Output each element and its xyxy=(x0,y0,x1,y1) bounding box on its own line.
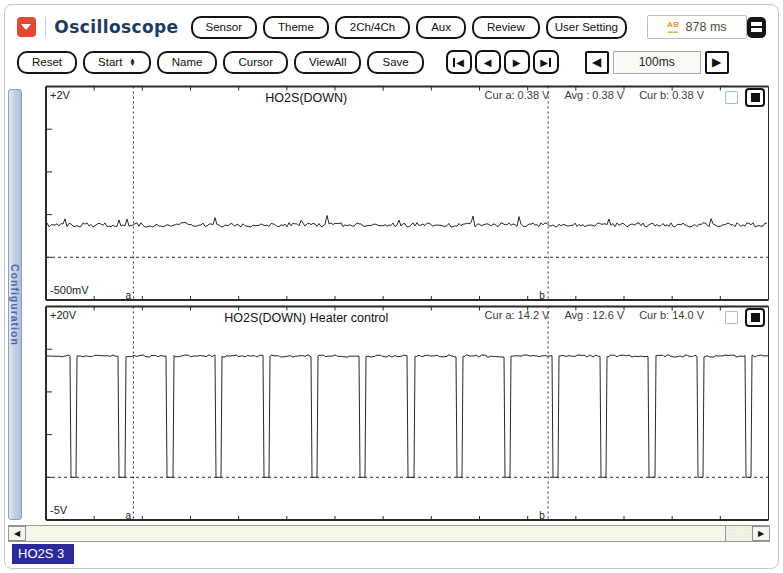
start-spinner-icon: ▲▼ xyxy=(129,58,135,65)
timebase-increase-button[interactable]: ▶ xyxy=(705,51,729,74)
layout-bar-icon xyxy=(751,28,762,32)
cursor-b-readout: Cur b: 14.0 V xyxy=(639,309,704,321)
save-button[interactable]: Save xyxy=(367,51,423,74)
y-min-label: -5V xyxy=(50,504,67,516)
sensor-button[interactable]: Sensor xyxy=(191,16,257,39)
ab-time-display: AB▬▬ 878 ms xyxy=(647,15,747,39)
waveform-canvas xyxy=(34,305,770,522)
measurement-readouts: Cur a: 14.2 V Avg : 12.6 V Cur b: 14.0 V xyxy=(485,309,704,321)
scrollbar-thumb[interactable] xyxy=(26,526,726,541)
cursor-b-label[interactable]: b xyxy=(539,510,545,521)
window-layout-button[interactable] xyxy=(747,17,766,38)
horizontal-scrollbar[interactable]: ◀ ▶ xyxy=(8,525,770,542)
status-bar: HO2S 3 xyxy=(5,544,778,568)
main-area: Configuration +2V HO2S(DOWN) Cur a: 0.38… xyxy=(5,81,778,522)
cursor-b-label[interactable]: b xyxy=(539,290,545,301)
scope-charts: +2V HO2S(DOWN) Cur a: 0.38 V Avg : 0.38 … xyxy=(34,85,770,522)
review-button[interactable]: Review xyxy=(472,16,540,39)
header-toolbar: Oscilloscope Sensor Theme 2Ch/4Ch Aux Re… xyxy=(5,5,778,43)
chart-title: HO2S(DOWN) Heater control xyxy=(224,311,388,325)
configuration-tab[interactable]: Configuration xyxy=(8,89,22,520)
cursor-a-readout: Cur a: 14.2 V xyxy=(485,309,550,321)
bar-icon xyxy=(549,58,551,67)
scroll-left-button[interactable]: ◀ xyxy=(9,526,26,541)
chevron-down-icon xyxy=(21,24,31,30)
channel-controls xyxy=(725,88,765,107)
configuration-tab-label: Configuration xyxy=(9,264,21,346)
skip-to-end-button[interactable]: ▶ xyxy=(533,50,559,74)
channel-color-swatch xyxy=(751,93,760,102)
theme-button[interactable]: Theme xyxy=(263,16,329,39)
cursor-a-readout: Cur a: 0.38 V xyxy=(485,89,550,101)
chart-ho2s-down[interactable]: +2V HO2S(DOWN) Cur a: 0.38 V Avg : 0.38 … xyxy=(34,85,770,302)
avg-readout: Avg : 0.38 V xyxy=(564,89,624,101)
channel-color-button[interactable] xyxy=(745,308,765,327)
user-setting-button[interactable]: User Setting xyxy=(546,16,627,39)
timebase-value: 100ms xyxy=(613,51,701,74)
scroll-right-button[interactable]: ▶ xyxy=(752,526,769,541)
channel-mode-button[interactable]: 2Ch/4Ch xyxy=(335,16,410,39)
timebase-control: ◀ 100ms ▶ xyxy=(585,51,729,74)
status-badge: HO2S 3 xyxy=(12,544,74,564)
step-forward-button[interactable]: ▶ xyxy=(504,50,530,74)
ab-time-value: 878 ms xyxy=(686,20,727,34)
y-min-label: -500mV xyxy=(50,284,89,296)
controls-toolbar: Reset Start ▲▼ Name Cursor ViewAll Save … xyxy=(5,43,778,81)
skip-to-start-button[interactable]: ◀ xyxy=(446,50,472,74)
app-menu-button[interactable] xyxy=(17,17,36,37)
channel-color-swatch xyxy=(751,313,760,322)
bar-icon xyxy=(453,58,455,67)
chart-ho2s-down-heater[interactable]: +20V HO2S(DOWN) Heater control Cur a: 14… xyxy=(34,305,770,522)
waveform-canvas xyxy=(34,85,770,302)
measurement-readouts: Cur a: 0.38 V Avg : 0.38 V Cur b: 0.38 V xyxy=(485,89,704,101)
channel-color-button[interactable] xyxy=(745,88,765,107)
oscilloscope-window: Oscilloscope Sensor Theme 2Ch/4Ch Aux Re… xyxy=(4,4,779,569)
viewall-button[interactable]: ViewAll xyxy=(294,51,362,74)
name-button[interactable]: Name xyxy=(157,51,218,74)
layout-bar-icon xyxy=(751,22,762,26)
reset-button[interactable]: Reset xyxy=(17,51,77,74)
channel-controls xyxy=(725,308,765,327)
step-back-button[interactable]: ◀ xyxy=(475,50,501,74)
avg-readout: Avg : 12.6 V xyxy=(564,309,624,321)
cursor-a-label[interactable]: a xyxy=(125,290,131,301)
cursor-b-readout: Cur b: 0.38 V xyxy=(639,89,704,101)
scrollbar-track[interactable] xyxy=(26,526,752,541)
ab-time-icon: AB▬▬ xyxy=(667,21,680,34)
channel-checkbox[interactable] xyxy=(725,311,738,324)
playback-controls: ◀ ◀ ▶ ▶ xyxy=(446,50,559,74)
chart-title: HO2S(DOWN) xyxy=(265,91,347,105)
cursor-a-label[interactable]: a xyxy=(125,510,131,521)
y-max-label: +2V xyxy=(50,89,70,101)
timebase-decrease-button[interactable]: ◀ xyxy=(585,51,609,74)
cursor-button[interactable]: Cursor xyxy=(223,51,288,74)
page-title: Oscilloscope xyxy=(54,17,178,37)
divider xyxy=(45,17,46,37)
aux-button[interactable]: Aux xyxy=(416,16,466,39)
y-max-label: +20V xyxy=(50,309,76,321)
start-button[interactable]: Start ▲▼ xyxy=(83,51,151,74)
channel-checkbox[interactable] xyxy=(725,91,738,104)
start-button-label: Start xyxy=(98,56,122,68)
